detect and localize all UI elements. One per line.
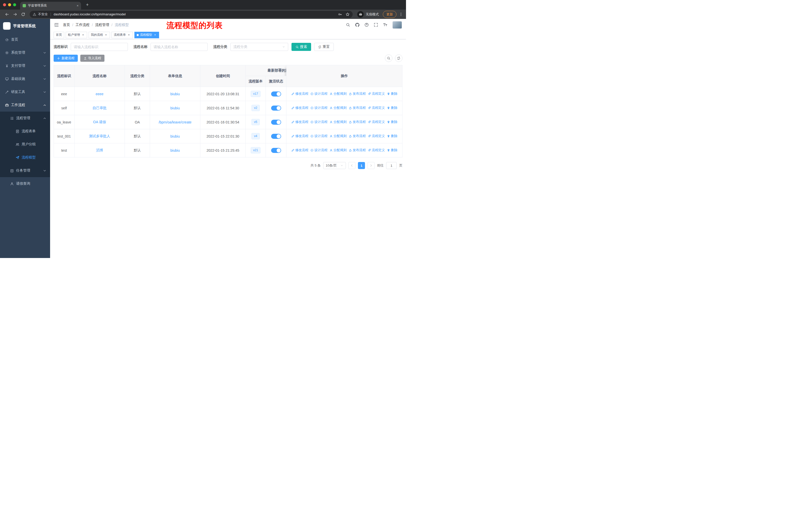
sidebar-item[interactable]: 用户分组 [0,138,50,151]
tag-item[interactable]: 流程模型× [135,32,159,38]
tag-item[interactable]: 首页 [54,32,64,38]
process-key-input[interactable] [71,43,128,51]
form-info-link[interactable]: biubiu [170,106,180,110]
key-icon[interactable] [338,12,342,17]
tag-close-icon[interactable]: × [153,33,157,37]
form-info-link[interactable]: /bpm/oa/leave/create [158,120,192,124]
next-page-button[interactable] [368,162,375,169]
op-link-definition[interactable]: 流程定义 [368,120,385,124]
prev-page-button[interactable] [348,162,355,169]
url-bar[interactable]: 不安全 dashboard.yudao.iocoder.cn/bpm/manag… [30,11,353,18]
tag-item[interactable]: 我的流程× [89,32,110,38]
sidebar-item[interactable]: 请假查询 [0,177,50,190]
page-1-button[interactable]: 1 [358,162,365,169]
op-link-publish[interactable]: 发布流程 [349,148,366,153]
active-toggle[interactable] [271,148,281,153]
op-link-publish[interactable]: 发布流程 [349,106,366,110]
sidebar-item[interactable]: 流程模型 [0,151,50,164]
op-link-delete[interactable]: 删除 [387,91,398,96]
op-link-assign[interactable]: 分配规则 [329,120,347,124]
sidebar-item[interactable]: 首页 [0,33,50,46]
active-toggle[interactable] [271,134,281,139]
process-name-link[interactable]: 测试多审批人 [89,134,110,138]
op-link-definition[interactable]: 流程定义 [368,134,385,138]
close-window-button[interactable] [3,3,6,6]
sidebar-item[interactable]: 基础设施 [0,72,50,85]
minimize-window-button[interactable] [8,3,11,6]
back-icon[interactable] [5,12,9,17]
op-link-delete[interactable]: 删除 [387,148,398,153]
active-toggle[interactable] [271,120,281,125]
op-link-edit[interactable]: 修改流程 [291,134,308,138]
form-info-link[interactable]: biubiu [170,134,180,138]
breadcrumb-item[interactable]: 工作流程 [76,23,90,27]
active-toggle[interactable] [271,91,281,97]
op-link-design[interactable]: 设计流程 [310,106,327,110]
page-size-select[interactable]: 10条/页 [323,162,346,169]
browser-menu-icon[interactable] [399,12,403,17]
process-name-input[interactable] [150,43,208,51]
op-link-definition[interactable]: 流程定义 [368,91,385,96]
process-name-link[interactable]: 滔博 [96,148,103,152]
op-link-assign[interactable]: 分配规则 [329,148,347,153]
user-avatar[interactable] [393,21,402,29]
breadcrumb-item[interactable]: 流程管理 [95,23,109,27]
op-link-publish[interactable]: 发布流程 [349,120,366,124]
chrome-update-button[interactable]: 更新 [383,11,397,18]
app-logo[interactable]: 芋道管理系统 [0,19,50,33]
sidebar-item[interactable]: 工作流程 [0,99,50,112]
op-link-publish[interactable]: 发布流程 [349,91,366,96]
sidebar-toggle-icon[interactable] [54,22,59,27]
active-toggle[interactable] [271,106,281,111]
op-link-edit[interactable]: 修改流程 [291,120,308,124]
sidebar-item[interactable]: 支付管理 [0,59,50,72]
op-link-design[interactable]: 设计流程 [310,120,327,124]
reload-icon[interactable] [21,12,25,17]
tag-item[interactable]: 租户管理× [66,32,87,38]
op-link-design[interactable]: 设计流程 [310,134,327,138]
security-label[interactable]: 不安全 [38,12,48,17]
tab-close-icon[interactable]: × [77,4,79,7]
breadcrumb-item[interactable]: 首页 [63,23,70,27]
form-info-link[interactable]: biubiu [170,148,180,153]
toggle-search-button[interactable] [385,54,393,62]
fontsize-icon[interactable] [383,23,387,27]
search-icon[interactable] [346,23,350,27]
tag-item[interactable]: 流程表单× [112,32,133,38]
op-link-design[interactable]: 设计流程 [310,91,327,96]
bookmark-star-icon[interactable] [346,12,350,17]
tag-close-icon[interactable]: × [81,33,85,37]
op-link-edit[interactable]: 修改流程 [291,91,308,96]
process-name-link[interactable]: OA 请假 [93,120,106,124]
sidebar-item[interactable]: 系统管理 [0,46,50,59]
op-link-definition[interactable]: 流程定义 [368,148,385,153]
goto-page-input[interactable] [386,162,397,169]
process-name-link[interactable]: eeee [96,92,104,96]
process-name-link[interactable]: 自己审批 [93,106,107,110]
forward-icon[interactable] [13,12,18,17]
sidebar-item[interactable]: 流程表单 [0,125,50,138]
op-link-assign[interactable]: 分配规则 [329,91,347,96]
tag-close-icon[interactable]: × [127,33,130,37]
question-icon[interactable] [365,23,369,27]
create-process-button[interactable]: 新建流程 [54,55,78,62]
op-link-assign[interactable]: 分配规则 [329,106,347,110]
op-link-assign[interactable]: 分配规则 [329,134,347,138]
reset-button[interactable]: 重置 [314,43,334,51]
zoom-window-button[interactable] [13,3,16,6]
tag-close-icon[interactable]: × [104,33,108,37]
new-tab-button[interactable]: + [84,2,91,7]
browser-tab[interactable]: 芋道管理系统 × [20,2,81,9]
sidebar-item[interactable]: 流程管理 [0,112,50,125]
op-link-delete[interactable]: 删除 [387,106,398,110]
sidebar-item[interactable]: 任务管理 [0,164,50,177]
github-icon[interactable] [355,23,359,27]
import-process-button[interactable]: 导入流程 [80,55,105,62]
op-link-edit[interactable]: 修改流程 [291,148,308,153]
search-button[interactable]: 搜索 [291,43,311,51]
refresh-table-button[interactable] [395,54,403,62]
fullscreen-icon[interactable] [374,23,378,27]
op-link-delete[interactable]: 删除 [387,134,398,138]
form-info-link[interactable]: biubiu [170,92,180,96]
process-category-select[interactable]: 流程分类 [230,43,288,51]
